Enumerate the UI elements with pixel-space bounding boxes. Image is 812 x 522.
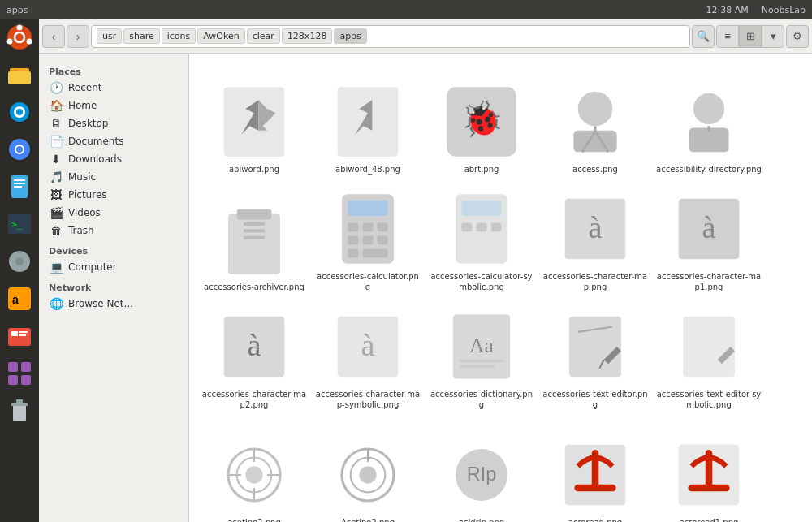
file-name-label: accessories-archiver.png	[204, 282, 304, 292]
dock-item-firefox[interactable]	[2, 94, 37, 130]
settings-button[interactable]: ⚙	[786, 25, 809, 48]
file-name-label: abrt.png	[464, 164, 499, 175]
svg-point-42	[578, 92, 613, 127]
dock-item-trash[interactable]	[2, 393, 37, 429]
breadcrumb-128x128[interactable]: 128x128	[282, 28, 333, 44]
sidebar-desktop-label: Desktop	[68, 118, 109, 129]
file-name-label: accessories-character-map-symbolic.png	[315, 389, 421, 410]
dock-item-files[interactable]	[2, 57, 37, 93]
file-icon	[329, 83, 407, 161]
grid-view-button[interactable]: ⊞	[739, 25, 762, 48]
file-item[interactable]: acetino2.png	[197, 415, 311, 522]
dock-item-writer[interactable]	[2, 169, 37, 205]
file-item[interactable]: abiword.png	[197, 62, 311, 179]
file-name-label: accessibility-directory.png	[656, 164, 762, 175]
view-dropdown-button[interactable]: ▾	[762, 25, 784, 48]
file-name-label: access.png	[572, 164, 618, 175]
settings-icon	[6, 248, 32, 274]
svg-rect-64	[363, 249, 388, 258]
recent-icon: 🕐	[49, 81, 63, 94]
sidebar-item-desktop[interactable]: 🖥 Desktop	[39, 114, 188, 132]
breadcrumb-icons[interactable]: icons	[162, 28, 197, 44]
sidebar-item-trash[interactable]: 🗑 Trash	[39, 222, 188, 239]
file-item[interactable]: accessories-text-editor.png	[538, 297, 652, 415]
sidebar-item-documents[interactable]: 📄 Documents	[39, 132, 188, 150]
file-item[interactable]: accessories-calculator.png	[311, 179, 425, 297]
dock-item-software[interactable]	[2, 318, 37, 354]
toolbar: ‹ › usr share icons AwOken clear 128x128…	[39, 19, 812, 54]
files-icon	[6, 62, 32, 88]
file-item[interactable]: RIpacidrip.png	[425, 415, 538, 522]
file-icon	[556, 308, 634, 386]
dock-item-apps[interactable]	[2, 356, 37, 391]
sidebar-item-recent[interactable]: 🕐 Recent	[39, 79, 188, 97]
computer-icon: 💻	[49, 261, 63, 274]
breadcrumb-share[interactable]: share	[123, 28, 160, 44]
file-item[interactable]: accessories-archiver.png	[197, 179, 311, 297]
file-item[interactable]: Aaaccessories-dictionary.png	[425, 297, 538, 415]
file-icon	[215, 436, 293, 514]
file-icon	[443, 190, 520, 268]
sidebar-home-label: Home	[68, 100, 97, 111]
svg-point-88	[245, 466, 262, 483]
trash-sidebar-icon: 🗑	[49, 224, 63, 237]
file-item[interactable]: access.png	[538, 62, 652, 179]
sidebar-item-pictures[interactable]: 🖼 Pictures	[39, 186, 188, 204]
file-item[interactable]: accessories-calculator-symbolic.png	[425, 179, 538, 297]
app-name-label: apps	[6, 5, 28, 15]
search-button[interactable]: 🔍	[692, 25, 715, 48]
file-item[interactable]: àaccessories-character-map.png	[538, 179, 652, 297]
file-name-label: accessories-dictionary.png	[429, 389, 534, 410]
sidebar-computer-label: Computer	[68, 261, 117, 273]
file-icon	[670, 436, 748, 514]
list-view-button[interactable]: ≡	[716, 25, 739, 48]
svg-point-13	[16, 146, 23, 153]
sidebar-documents-label: Documents	[68, 136, 123, 147]
sidebar-item-computer[interactable]: 💻 Computer	[39, 258, 188, 276]
svg-rect-32	[13, 404, 26, 421]
file-icon: à	[329, 308, 407, 386]
file-item[interactable]: 🐞abrt.png	[425, 62, 538, 179]
file-item[interactable]: accessories-text-editor-symbolic.png	[652, 297, 766, 415]
file-item[interactable]: abiword_48.png	[311, 62, 425, 179]
sidebar-item-videos[interactable]: 🎬 Videos	[39, 204, 188, 222]
svg-rect-30	[8, 375, 18, 385]
user-label: NoobsLab	[762, 5, 806, 15]
file-item[interactable]: Acetino2.png	[311, 415, 425, 522]
file-item[interactable]: àaccessories-character-map1.png	[652, 179, 766, 297]
svg-text:Aa: Aa	[469, 334, 494, 357]
sidebar-item-music[interactable]: 🎵 Music	[39, 168, 188, 186]
breadcrumb-apps[interactable]: apps	[334, 28, 366, 44]
file-icon: à	[670, 190, 748, 268]
dock-item-settings[interactable]	[2, 244, 37, 279]
breadcrumb-awoken[interactable]: AwOken	[197, 28, 244, 44]
file-item[interactable]: àaccessories-character-map2.png	[197, 297, 311, 415]
writer-icon	[6, 174, 32, 200]
forward-button[interactable]: ›	[67, 25, 89, 48]
file-item[interactable]: acroread1.png	[652, 415, 766, 522]
svg-rect-29	[21, 362, 31, 372]
file-icon	[670, 308, 748, 386]
svg-rect-63	[348, 249, 358, 258]
breadcrumb-clear[interactable]: clear	[247, 28, 280, 44]
file-item[interactable]: accessibility-directory.png	[652, 62, 766, 179]
file-name-label: acidrip.png	[459, 517, 504, 522]
dock-item-chrome[interactable]	[2, 132, 37, 167]
clock: 12:38 AM	[706, 5, 749, 15]
svg-rect-61	[363, 236, 374, 245]
file-item[interactable]: àaccessories-character-map-symbolic.png	[311, 297, 425, 415]
file-icon: RIp	[443, 436, 520, 514]
sidebar-item-network[interactable]: 🌐 Browse Net...	[39, 295, 188, 313]
file-icon: à	[556, 190, 634, 268]
sidebar-item-downloads[interactable]: ⬇ Downloads	[39, 150, 188, 168]
sidebar-downloads-label: Downloads	[68, 153, 122, 165]
dock-item-ubuntu[interactable]	[2, 19, 37, 55]
sidebar-item-home[interactable]: 🏠 Home	[39, 97, 188, 114]
dock-item-amazon[interactable]: a	[2, 281, 37, 317]
svg-text:>_: >_	[11, 219, 23, 230]
file-item[interactable]: acroread.png	[538, 415, 652, 522]
svg-rect-57	[348, 223, 358, 232]
breadcrumb-usr[interactable]: usr	[97, 28, 122, 44]
dock-item-terminal[interactable]: >_	[2, 206, 37, 242]
back-button[interactable]: ‹	[42, 25, 65, 48]
